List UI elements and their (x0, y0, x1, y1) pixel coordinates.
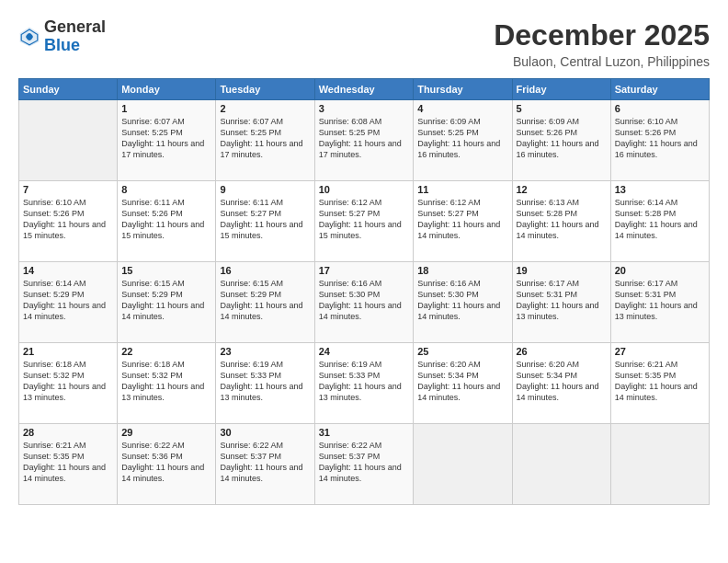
header-row: SundayMondayTuesdayWednesdayThursdayFrid… (19, 79, 710, 100)
day-cell: 5Sunrise: 6:09 AMSunset: 5:26 PMDaylight… (512, 100, 610, 181)
day-info: Sunrise: 6:22 AMSunset: 5:36 PMDaylight:… (121, 440, 211, 485)
day-info: Sunrise: 6:12 AMSunset: 5:27 PMDaylight:… (319, 197, 409, 242)
day-number: 2 (220, 103, 310, 114)
logo-general: General (44, 17, 106, 36)
day-number: 27 (615, 346, 705, 357)
day-cell: 30Sunrise: 6:22 AMSunset: 5:37 PMDayligh… (216, 424, 314, 505)
day-cell: 18Sunrise: 6:16 AMSunset: 5:30 PMDayligh… (414, 262, 512, 343)
day-info: Sunrise: 6:15 AMSunset: 5:29 PMDaylight:… (220, 278, 310, 323)
day-info: Sunrise: 6:14 AMSunset: 5:28 PMDaylight:… (615, 197, 705, 242)
day-cell: 21Sunrise: 6:18 AMSunset: 5:32 PMDayligh… (19, 343, 118, 424)
day-info: Sunrise: 6:11 AMSunset: 5:26 PMDaylight:… (121, 197, 211, 242)
day-cell: 25Sunrise: 6:20 AMSunset: 5:34 PMDayligh… (414, 343, 512, 424)
day-number: 8 (121, 184, 211, 195)
header: General Blue December 2025 Bulaon, Centr… (18, 18, 710, 69)
logo-blue: Blue (44, 36, 80, 54)
logo-text: General Blue (44, 18, 106, 55)
day-info: Sunrise: 6:21 AMSunset: 5:35 PMDaylight:… (615, 359, 705, 404)
day-number: 23 (220, 346, 310, 357)
day-number: 10 (319, 184, 409, 195)
week-row-2: 7Sunrise: 6:10 AMSunset: 5:26 PMDaylight… (19, 181, 710, 262)
day-cell: 3Sunrise: 6:08 AMSunset: 5:25 PMDaylight… (314, 100, 413, 181)
day-number: 14 (23, 265, 113, 276)
day-cell: 26Sunrise: 6:20 AMSunset: 5:34 PMDayligh… (512, 343, 610, 424)
header-cell-tuesday: Tuesday (216, 79, 314, 100)
day-info: Sunrise: 6:19 AMSunset: 5:33 PMDaylight:… (319, 359, 409, 404)
day-cell: 19Sunrise: 6:17 AMSunset: 5:31 PMDayligh… (512, 262, 610, 343)
week-row-3: 14Sunrise: 6:14 AMSunset: 5:29 PMDayligh… (19, 262, 710, 343)
day-cell: 6Sunrise: 6:10 AMSunset: 5:26 PMDaylight… (610, 100, 709, 181)
day-cell: 14Sunrise: 6:14 AMSunset: 5:29 PMDayligh… (19, 262, 118, 343)
day-number: 22 (121, 346, 211, 357)
day-cell: 1Sunrise: 6:07 AMSunset: 5:25 PMDaylight… (118, 100, 216, 181)
day-cell: 12Sunrise: 6:13 AMSunset: 5:28 PMDayligh… (512, 181, 610, 262)
calendar-body: 1Sunrise: 6:07 AMSunset: 5:25 PMDaylight… (19, 100, 710, 505)
day-number: 7 (23, 184, 113, 195)
day-cell: 8Sunrise: 6:11 AMSunset: 5:26 PMDaylight… (118, 181, 216, 262)
day-cell: 11Sunrise: 6:12 AMSunset: 5:27 PMDayligh… (414, 181, 512, 262)
day-number: 19 (517, 265, 607, 276)
day-cell (512, 424, 610, 505)
header-cell-thursday: Thursday (414, 79, 512, 100)
page: General Blue December 2025 Bulaon, Centr… (0, 0, 728, 563)
header-cell-wednesday: Wednesday (314, 79, 413, 100)
day-number: 15 (121, 265, 211, 276)
calendar-table: SundayMondayTuesdayWednesdayThursdayFrid… (18, 78, 710, 505)
day-cell: 29Sunrise: 6:22 AMSunset: 5:36 PMDayligh… (118, 424, 216, 505)
day-number: 3 (319, 103, 409, 114)
day-info: Sunrise: 6:08 AMSunset: 5:25 PMDaylight:… (319, 116, 409, 161)
logo: General Blue (18, 18, 106, 55)
day-cell: 22Sunrise: 6:18 AMSunset: 5:32 PMDayligh… (118, 343, 216, 424)
day-info: Sunrise: 6:09 AMSunset: 5:25 PMDaylight:… (417, 116, 507, 161)
day-info: Sunrise: 6:11 AMSunset: 5:27 PMDaylight:… (220, 197, 310, 242)
day-info: Sunrise: 6:21 AMSunset: 5:35 PMDaylight:… (23, 440, 113, 485)
day-info: Sunrise: 6:18 AMSunset: 5:32 PMDaylight:… (121, 359, 211, 404)
day-number: 18 (417, 265, 507, 276)
day-number: 20 (615, 265, 705, 276)
title-section: December 2025 Bulaon, Central Luzon, Phi… (494, 18, 710, 69)
generalblue-icon (18, 26, 40, 48)
day-cell: 24Sunrise: 6:19 AMSunset: 5:33 PMDayligh… (314, 343, 413, 424)
day-number: 11 (417, 184, 507, 195)
day-cell: 28Sunrise: 6:21 AMSunset: 5:35 PMDayligh… (19, 424, 118, 505)
day-info: Sunrise: 6:18 AMSunset: 5:32 PMDaylight:… (23, 359, 113, 404)
day-number: 24 (319, 346, 409, 357)
header-cell-monday: Monday (118, 79, 216, 100)
day-cell: 20Sunrise: 6:17 AMSunset: 5:31 PMDayligh… (610, 262, 709, 343)
day-info: Sunrise: 6:07 AMSunset: 5:25 PMDaylight:… (220, 116, 310, 161)
day-info: Sunrise: 6:20 AMSunset: 5:34 PMDaylight:… (517, 359, 607, 404)
day-cell: 17Sunrise: 6:16 AMSunset: 5:30 PMDayligh… (314, 262, 413, 343)
day-number: 16 (220, 265, 310, 276)
day-number: 25 (417, 346, 507, 357)
day-info: Sunrise: 6:09 AMSunset: 5:26 PMDaylight:… (517, 116, 607, 161)
day-cell: 27Sunrise: 6:21 AMSunset: 5:35 PMDayligh… (610, 343, 709, 424)
header-cell-sunday: Sunday (19, 79, 118, 100)
day-info: Sunrise: 6:10 AMSunset: 5:26 PMDaylight:… (615, 116, 705, 161)
day-cell: 10Sunrise: 6:12 AMSunset: 5:27 PMDayligh… (314, 181, 413, 262)
day-cell: 13Sunrise: 6:14 AMSunset: 5:28 PMDayligh… (610, 181, 709, 262)
week-row-1: 1Sunrise: 6:07 AMSunset: 5:25 PMDaylight… (19, 100, 710, 181)
day-info: Sunrise: 6:22 AMSunset: 5:37 PMDaylight:… (220, 440, 310, 485)
day-number: 17 (319, 265, 409, 276)
day-number: 29 (121, 427, 211, 438)
day-cell: 9Sunrise: 6:11 AMSunset: 5:27 PMDaylight… (216, 181, 314, 262)
day-info: Sunrise: 6:17 AMSunset: 5:31 PMDaylight:… (517, 278, 607, 323)
day-cell: 15Sunrise: 6:15 AMSunset: 5:29 PMDayligh… (118, 262, 216, 343)
day-number: 28 (23, 427, 113, 438)
header-cell-friday: Friday (512, 79, 610, 100)
day-cell: 31Sunrise: 6:22 AMSunset: 5:37 PMDayligh… (314, 424, 413, 505)
day-number: 31 (319, 427, 409, 438)
day-number: 1 (121, 103, 211, 114)
day-info: Sunrise: 6:20 AMSunset: 5:34 PMDaylight:… (417, 359, 507, 404)
day-cell: 4Sunrise: 6:09 AMSunset: 5:25 PMDaylight… (414, 100, 512, 181)
day-info: Sunrise: 6:22 AMSunset: 5:37 PMDaylight:… (319, 440, 409, 485)
day-cell (610, 424, 709, 505)
day-number: 30 (220, 427, 310, 438)
day-info: Sunrise: 6:19 AMSunset: 5:33 PMDaylight:… (220, 359, 310, 404)
week-row-4: 21Sunrise: 6:18 AMSunset: 5:32 PMDayligh… (19, 343, 710, 424)
day-cell: 23Sunrise: 6:19 AMSunset: 5:33 PMDayligh… (216, 343, 314, 424)
day-number: 21 (23, 346, 113, 357)
header-cell-saturday: Saturday (610, 79, 709, 100)
day-cell (414, 424, 512, 505)
day-number: 12 (517, 184, 607, 195)
